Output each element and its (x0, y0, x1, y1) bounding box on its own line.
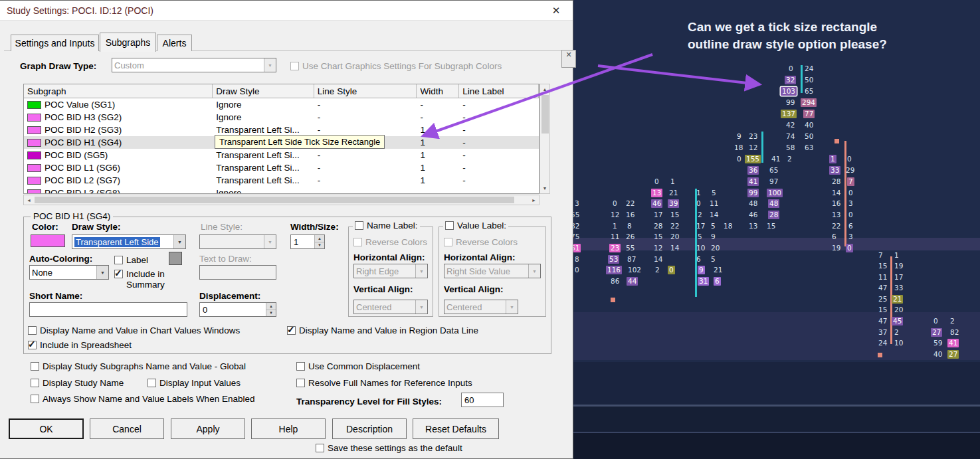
display-chart-values-checkbox[interactable]: Display Name and Value in Chart Values W… (28, 325, 240, 335)
save-default-checkbox[interactable]: Save these settings as the default (316, 443, 462, 453)
table-row[interactable]: POC Value (SG1)Ignore--- (24, 98, 539, 111)
color-swatch[interactable] (27, 101, 41, 109)
color-swatch[interactable] (27, 126, 41, 134)
transparency-level-input[interactable]: 60 (461, 393, 504, 407)
label-color-button[interactable] (169, 252, 182, 265)
subgraphs-global-checkbox[interactable]: Display Study Subgraphs Name and Value -… (31, 361, 246, 371)
checkbox[interactable] (114, 256, 123, 264)
close-icon[interactable]: ✕ (546, 5, 566, 17)
color-swatch[interactable] (27, 114, 41, 122)
color-swatch[interactable] (27, 177, 41, 185)
name-label-checkbox[interactable] (355, 221, 363, 230)
graph-draw-type-select[interactable]: Custom ▼ (112, 58, 276, 72)
draw-style-select[interactable]: Transparent Left Side ▼ (72, 234, 186, 249)
table-horizontal-scrollbar[interactable]: ◄ ► (23, 195, 539, 205)
stepper-up-icon[interactable]: ▲ (266, 303, 276, 310)
checkbox[interactable] (296, 362, 305, 371)
name-vertical-align-select[interactable]: Centered ▼ (353, 300, 428, 314)
tab-subgraphs[interactable]: Subgraphs (100, 33, 156, 52)
checkbox[interactable] (28, 341, 37, 349)
table-row[interactable]: POC BID L2 (SG7)Transparent Left Si...-1… (24, 174, 539, 187)
display-region-data-line-checkbox[interactable]: Display Name and Value in Region Data Li… (287, 325, 478, 335)
use-chart-graphics-checkbox[interactable]: Use Chart Graphics Settings For Subgraph… (290, 61, 502, 71)
table-header[interactable]: Subgraph (24, 84, 213, 98)
help-button[interactable]: Help (251, 418, 326, 439)
name-label-title[interactable]: Name Label: (353, 221, 420, 230)
width-size-stepper[interactable]: 1 ▲▼ (290, 234, 325, 249)
display-study-name-checkbox[interactable]: Display Study Name (31, 378, 124, 388)
stepper-buttons[interactable]: ▲▼ (266, 303, 276, 316)
table-row[interactable]: POC BID L1 (SG6)Transparent Left Si...-1… (24, 161, 539, 174)
checkbox[interactable] (31, 362, 39, 371)
scroll-up-icon[interactable]: ▲ (540, 85, 549, 94)
resolve-full-names-checkbox[interactable]: Resolve Full Names for Reference Inputs (296, 378, 472, 388)
label-checkbox[interactable]: Label (114, 255, 148, 265)
table-row[interactable]: POC BID H3 (SG2)Ignore--- (24, 111, 539, 124)
checkbox[interactable] (444, 238, 452, 246)
color-swatch[interactable] (27, 139, 41, 147)
stepper-down-icon[interactable]: ▼ (314, 242, 324, 249)
table-vertical-scrollbar[interactable]: ▲ ▼ (539, 84, 550, 194)
table-header[interactable]: Line Style (314, 84, 417, 98)
auto-coloring-select[interactable]: None ▼ (29, 265, 109, 280)
dialog-titlebar[interactable]: Study Settings: POCI. ID:12 (POCI) ✕ (0, 1, 573, 21)
scrollbar-thumb[interactable] (35, 197, 514, 203)
checkbox[interactable] (31, 395, 39, 403)
scroll-left-icon[interactable]: ◄ (25, 195, 33, 205)
color-swatch-button[interactable] (31, 234, 65, 247)
checkbox[interactable] (316, 444, 324, 452)
displacement-stepper[interactable]: 0 ▲▼ (199, 302, 276, 317)
stepper-up-icon[interactable]: ▲ (314, 235, 324, 242)
chevron-down-icon[interactable]: ▼ (528, 264, 540, 278)
tab-alerts[interactable]: Alerts (157, 35, 192, 51)
checkbox[interactable] (114, 270, 123, 278)
tab-settings-and-inputs[interactable]: Settings and Inputs (11, 35, 99, 51)
line-style-select[interactable]: ▼ (199, 234, 276, 249)
checkbox[interactable] (287, 326, 296, 335)
table-header[interactable]: Draw Style (213, 84, 314, 98)
chevron-down-icon[interactable]: ▼ (173, 235, 185, 248)
background-window-close[interactable]: ✕ (561, 50, 576, 68)
close-icon[interactable]: ✕ (565, 50, 571, 67)
ok-button[interactable]: OK (9, 418, 84, 439)
always-show-labels-checkbox[interactable]: Always Show Name and Value Labels When E… (31, 394, 254, 404)
table-row[interactable]: POC BID L3 (SG8)Ignore (24, 187, 539, 194)
checkbox[interactable] (353, 238, 362, 246)
display-input-values-checkbox[interactable]: Display Input Values (147, 378, 241, 388)
stepper-buttons[interactable]: ▲▼ (314, 235, 324, 248)
checkbox[interactable] (31, 379, 39, 387)
scrollbar-thumb[interactable] (541, 95, 549, 134)
color-swatch[interactable] (27, 151, 41, 159)
chevron-down-icon[interactable]: ▼ (264, 235, 276, 248)
common-displacement-checkbox[interactable]: Use Common Displacement (296, 361, 420, 371)
table-header[interactable]: Width (417, 84, 459, 98)
chevron-down-icon[interactable]: ▼ (96, 266, 108, 279)
include-in-spreadsheet-checkbox[interactable]: Include in Spreadsheet (28, 340, 132, 350)
checkbox[interactable] (296, 379, 305, 387)
short-name-input[interactable] (29, 302, 187, 317)
chevron-down-icon[interactable]: ▼ (415, 300, 427, 314)
checkbox[interactable] (147, 379, 156, 387)
value-horizontal-align-select[interactable]: Right Side Value ▼ (444, 264, 541, 278)
name-horizontal-align-select[interactable]: Right Edge ▼ (353, 264, 428, 278)
include-in-summary-checkbox[interactable]: Include in Summary (114, 269, 179, 290)
value-vertical-align-select[interactable]: Centered ▼ (444, 300, 518, 314)
value-label-title[interactable]: Value Label: (443, 221, 508, 230)
stepper-down-icon[interactable]: ▼ (266, 310, 276, 317)
scroll-right-icon[interactable]: ► (530, 195, 538, 205)
name-reverse-colors-checkbox[interactable]: Reverse Colors (353, 237, 427, 247)
chevron-down-icon[interactable]: ▼ (264, 58, 276, 72)
cancel-button[interactable]: Cancel (90, 418, 164, 439)
color-swatch[interactable] (27, 189, 41, 195)
chevron-down-icon[interactable]: ▼ (415, 264, 427, 278)
text-to-draw-input[interactable] (199, 265, 276, 280)
table-row[interactable]: POC BID (SG5)Transparent Left Si...-1- (24, 149, 539, 161)
value-reverse-colors-checkbox[interactable]: Reverse Colors (444, 237, 518, 247)
apply-button[interactable]: Apply (171, 418, 245, 439)
checkbox[interactable] (28, 326, 37, 335)
chevron-down-icon[interactable]: ▼ (506, 300, 518, 314)
description-button[interactable]: Description (332, 418, 407, 439)
value-label-checkbox[interactable] (445, 221, 454, 230)
scroll-down-icon[interactable]: ▼ (540, 184, 549, 193)
table-header[interactable]: Line Label (459, 84, 539, 98)
